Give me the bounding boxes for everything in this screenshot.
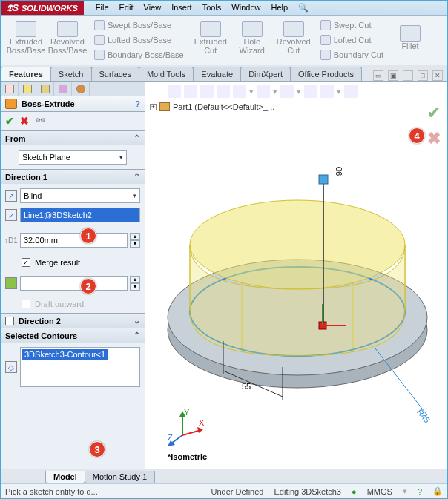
section-view-icon[interactable] bbox=[217, 85, 230, 98]
depth-spinner[interactable]: ▲▼ bbox=[130, 233, 140, 248]
reverse-direction-button[interactable]: ↗ bbox=[5, 190, 17, 202]
doc-maximize-icon[interactable]: □ bbox=[418, 70, 428, 81]
annotation-4: 4 bbox=[409, 128, 425, 144]
loft-icon bbox=[94, 35, 105, 45]
boundary-cut-button[interactable]: Boundary Cut bbox=[320, 48, 383, 62]
menu-tools[interactable]: Tools bbox=[198, 1, 226, 14]
extruded-cut-button[interactable]: Extruded Cut bbox=[190, 19, 231, 57]
lofted-boss-button[interactable]: Lofted Boss/Base bbox=[94, 33, 184, 47]
swept-cut-icon bbox=[320, 20, 331, 30]
extruded-boss-button[interactable]: Extruded Boss/Base bbox=[5, 19, 47, 57]
direction2-checkbox[interactable] bbox=[5, 317, 14, 325]
status-hint: Pick a sketch entity to d... bbox=[5, 487, 98, 496]
revolve-icon bbox=[57, 21, 78, 37]
prev-view-icon[interactable] bbox=[200, 85, 214, 98]
part-name: Part1 (Default<<Default>_... bbox=[173, 102, 274, 111]
status-help-icon[interactable]: ? bbox=[418, 487, 422, 496]
property-icon bbox=[23, 85, 32, 93]
swept-boss-button[interactable]: Swept Boss/Base bbox=[94, 19, 184, 32]
spinner-up-icon[interactable]: ▲ bbox=[130, 233, 140, 240]
menu-insert[interactable]: Insert bbox=[167, 1, 197, 14]
menu-view[interactable]: View bbox=[139, 1, 166, 14]
tab-surfaces[interactable]: Surfaces bbox=[91, 67, 139, 81]
display-style-icon[interactable] bbox=[257, 85, 270, 98]
confirm-ok-button[interactable]: ✔ bbox=[426, 102, 441, 123]
help-icon[interactable]: ? bbox=[135, 99, 140, 108]
scene-icon[interactable] bbox=[320, 85, 334, 98]
draft-spinner[interactable]: ▲▼ bbox=[130, 276, 140, 291]
manager-tabs bbox=[1, 82, 145, 96]
swept-cut-button[interactable]: Swept Cut bbox=[320, 19, 383, 32]
status-lock-icon[interactable]: 🔒 bbox=[432, 486, 443, 496]
view-settings-icon[interactable] bbox=[344, 85, 358, 98]
direction-vector-button[interactable]: ↗ bbox=[5, 209, 17, 221]
ok-button[interactable]: ✔ bbox=[5, 115, 14, 127]
spinner-down-icon[interactable]: ▼ bbox=[130, 240, 140, 248]
dimension-90[interactable]: 90 bbox=[335, 167, 343, 176]
from-plane-select[interactable]: Sketch Plane▾ bbox=[19, 150, 127, 165]
checkbox-unchecked-icon bbox=[22, 300, 30, 308]
doc-list-icon[interactable]: ▭ bbox=[373, 70, 383, 81]
contours-listbox[interactable]: 3DSketch3-Contour<1 bbox=[20, 347, 140, 387]
menu-file[interactable]: File bbox=[91, 1, 113, 14]
doc-minimize-icon[interactable]: － bbox=[403, 70, 413, 81]
config-tab[interactable] bbox=[36, 82, 54, 96]
render-tab[interactable] bbox=[72, 82, 90, 96]
model-tab[interactable]: Model bbox=[45, 471, 85, 483]
status-rebuild-icon[interactable]: ● bbox=[352, 487, 357, 496]
svg-line-15 bbox=[182, 430, 201, 435]
chevron-down-icon: ▾ bbox=[133, 192, 136, 199]
contour-item[interactable]: 3DSketch3-Contour<1 bbox=[22, 349, 108, 360]
lofted-cut-button[interactable]: Lofted Cut bbox=[320, 33, 383, 47]
from-header[interactable]: From⌃ bbox=[1, 131, 145, 145]
view-label: *Isometric bbox=[168, 452, 207, 461]
dimxpert-tab[interactable] bbox=[54, 82, 72, 96]
graphics-area[interactable]: ▾ ▾ ▾ ▾ + Part1 (Default<<Default>_... ✔… bbox=[145, 82, 447, 469]
revolved-cut-button[interactable]: Revolved Cut bbox=[273, 19, 314, 57]
fillet-button[interactable]: Fillet bbox=[389, 19, 431, 57]
chevron-up-icon: ⌃ bbox=[134, 331, 140, 340]
direction2-header[interactable]: Direction 2⌄ bbox=[1, 314, 145, 328]
dimension-55[interactable]: 55 bbox=[242, 382, 251, 391]
hole-wizard-button[interactable]: Hole Wizard bbox=[231, 19, 273, 57]
doc-close-icon[interactable]: ✕ bbox=[432, 70, 443, 81]
draft-angle-input[interactable] bbox=[20, 276, 128, 291]
end-condition-select[interactable]: Blind▾ bbox=[20, 188, 140, 203]
detailed-preview-button[interactable]: 👓 bbox=[35, 115, 46, 127]
appearance-icon[interactable] bbox=[304, 85, 317, 98]
menu-search-icon[interactable]: 🔍 bbox=[294, 1, 313, 14]
tab-evaluate[interactable]: Evaluate bbox=[193, 67, 241, 81]
direction-vector-field[interactable]: Line1@3DSketch2 bbox=[20, 208, 140, 222]
property-tab[interactable] bbox=[19, 82, 36, 96]
menu-window[interactable]: Window bbox=[227, 1, 265, 14]
view-orient-icon[interactable] bbox=[233, 85, 246, 98]
motion-study-tab[interactable]: Motion Study 1 bbox=[85, 471, 155, 483]
feature-tree-tab[interactable] bbox=[1, 82, 19, 96]
direction1-header[interactable]: Direction 1⌃ bbox=[1, 170, 145, 184]
tab-office[interactable]: Office Products bbox=[290, 67, 362, 81]
flyout-tree[interactable]: + Part1 (Default<<Default>_... bbox=[150, 102, 274, 111]
status-units[interactable]: MMGS bbox=[367, 487, 392, 496]
doc-tile-icon[interactable]: ▣ bbox=[388, 70, 398, 81]
zoom-fit-icon[interactable] bbox=[168, 85, 181, 98]
selected-contours-header[interactable]: Selected Contours⌃ bbox=[1, 328, 145, 343]
revolved-boss-button[interactable]: Revolved Boss/Base bbox=[47, 19, 88, 57]
hide-show-icon[interactable] bbox=[280, 85, 294, 98]
boundary-boss-button[interactable]: Boundary Boss/Base bbox=[94, 48, 184, 62]
zoom-area-icon[interactable] bbox=[184, 85, 197, 98]
svg-text:Z: Z bbox=[168, 433, 173, 442]
depth-input[interactable]: 32.00mm bbox=[20, 233, 128, 248]
menu-help[interactable]: Help bbox=[266, 1, 292, 14]
draft-button[interactable] bbox=[5, 277, 17, 289]
tab-sketch[interactable]: Sketch bbox=[50, 67, 92, 81]
tree-expand-icon[interactable]: + bbox=[150, 104, 157, 110]
tab-dimxpert[interactable]: DimXpert bbox=[240, 67, 291, 81]
dimx-icon bbox=[59, 85, 67, 93]
draft-outward-checkbox[interactable]: Draft outward bbox=[22, 300, 140, 308]
menu-edit[interactable]: Edit bbox=[115, 1, 138, 14]
cancel-button[interactable]: ✖ bbox=[20, 115, 29, 127]
merge-result-checkbox[interactable]: ✓Merge result bbox=[22, 258, 140, 267]
tab-features[interactable]: Features bbox=[1, 67, 51, 81]
tab-mold[interactable]: Mold Tools bbox=[139, 67, 194, 81]
annotation-3: 3 bbox=[89, 441, 105, 457]
